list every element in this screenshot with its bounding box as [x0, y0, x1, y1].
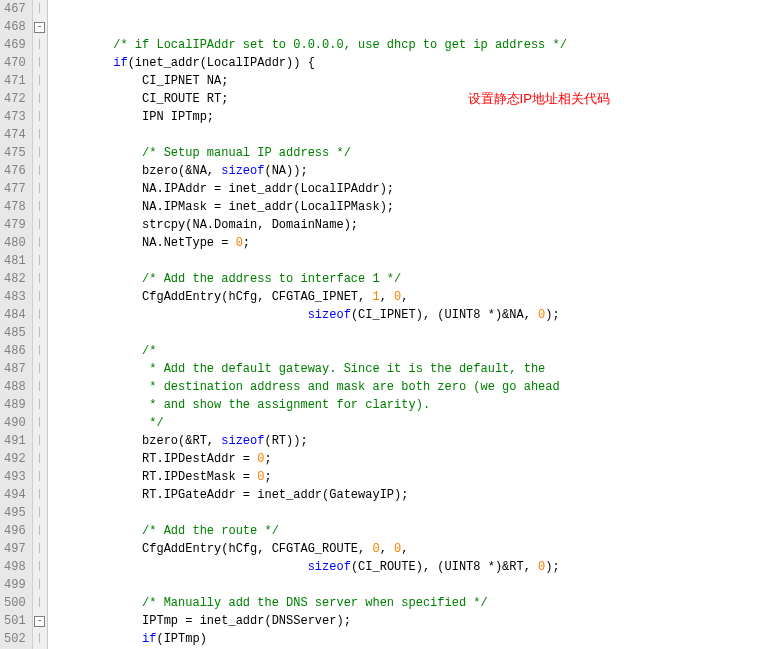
code-line[interactable]: CI_IPNET NA;	[56, 72, 757, 90]
line-number: 500	[4, 594, 26, 612]
fold-marker[interactable]: |	[33, 36, 47, 54]
code-line[interactable]	[56, 576, 757, 594]
line-number: 472	[4, 90, 26, 108]
line-number: 482	[4, 270, 26, 288]
line-number: 478	[4, 198, 26, 216]
fold-marker[interactable]: |	[33, 432, 47, 450]
code-line[interactable]: RT.IPDestAddr = 0;	[56, 450, 757, 468]
code-line[interactable]: IPTmp = inet_addr(DNSServer);	[56, 612, 757, 630]
code-line[interactable]: strcpy(NA.Domain, DomainName);	[56, 216, 757, 234]
fold-marker[interactable]: -	[33, 18, 47, 36]
fold-marker[interactable]: |	[33, 324, 47, 342]
fold-marker[interactable]: |	[33, 486, 47, 504]
line-number: 495	[4, 504, 26, 522]
fold-column[interactable]: |-||||||||||||||||||||||||||||||||-|	[33, 0, 48, 649]
fold-marker[interactable]: |	[33, 522, 47, 540]
code-line[interactable]: /* Add the address to interface 1 */	[56, 270, 757, 288]
line-number: 471	[4, 72, 26, 90]
fold-marker[interactable]: |	[33, 630, 47, 648]
editor-gutter: 4674684694704714724734744754764774784794…	[0, 0, 48, 649]
line-number: 483	[4, 288, 26, 306]
line-number: 487	[4, 360, 26, 378]
code-line[interactable]: CfgAddEntry(hCfg, CFGTAG_ROUTE, 0, 0,	[56, 540, 757, 558]
line-number: 485	[4, 324, 26, 342]
fold-marker[interactable]: |	[33, 0, 47, 18]
code-line[interactable]: /* Setup manual IP address */	[56, 144, 757, 162]
fold-collapse-icon[interactable]: -	[34, 616, 45, 627]
fold-marker[interactable]: |	[33, 288, 47, 306]
code-line[interactable]: if(inet_addr(LocalIPAddr)) {	[56, 54, 757, 72]
fold-marker[interactable]: |	[33, 594, 47, 612]
line-number: 496	[4, 522, 26, 540]
fold-marker[interactable]: |	[33, 540, 47, 558]
fold-marker[interactable]: |	[33, 216, 47, 234]
code-line[interactable]: RT.IPDestMask = 0;	[56, 468, 757, 486]
fold-marker[interactable]: |	[33, 468, 47, 486]
line-number: 480	[4, 234, 26, 252]
line-number: 488	[4, 378, 26, 396]
code-line[interactable]: CfgAddEntry(hCfg, CFGTAG_IPNET, 1, 0,	[56, 288, 757, 306]
code-line[interactable]: /*	[56, 342, 757, 360]
code-line[interactable]	[56, 324, 757, 342]
code-line[interactable]: RT.IPGateAddr = inet_addr(GatewayIP);	[56, 486, 757, 504]
fold-marker[interactable]: |	[33, 504, 47, 522]
fold-marker[interactable]: |	[33, 414, 47, 432]
line-number: 499	[4, 576, 26, 594]
code-line[interactable]: sizeof(CI_IPNET), (UINT8 *)&NA, 0);	[56, 306, 757, 324]
fold-marker[interactable]: |	[33, 378, 47, 396]
fold-marker[interactable]: -	[33, 612, 47, 630]
fold-marker[interactable]: |	[33, 162, 47, 180]
code-line[interactable]: * Add the default gateway. Since it is t…	[56, 360, 757, 378]
line-number: 497	[4, 540, 26, 558]
fold-marker[interactable]: |	[33, 558, 47, 576]
code-line[interactable]: IPN IPTmp;	[56, 108, 757, 126]
code-line[interactable]: /* if LocalIPAddr set to 0.0.0.0, use dh…	[56, 36, 757, 54]
fold-marker[interactable]: |	[33, 126, 47, 144]
code-line[interactable]	[56, 126, 757, 144]
code-line[interactable]: CI_ROUTE RT;	[56, 90, 757, 108]
code-line[interactable]	[56, 252, 757, 270]
code-line[interactable]: bzero(&NA, sizeof(NA));	[56, 162, 757, 180]
line-number: 501	[4, 612, 26, 630]
line-number: 479	[4, 216, 26, 234]
fold-marker[interactable]: |	[33, 72, 47, 90]
fold-collapse-icon[interactable]: -	[34, 22, 45, 33]
fold-marker[interactable]: |	[33, 90, 47, 108]
fold-marker[interactable]: |	[33, 450, 47, 468]
line-number: 490	[4, 414, 26, 432]
fold-marker[interactable]: |	[33, 342, 47, 360]
fold-marker[interactable]: |	[33, 180, 47, 198]
fold-marker[interactable]: |	[33, 234, 47, 252]
fold-marker[interactable]: |	[33, 108, 47, 126]
fold-marker[interactable]: |	[33, 360, 47, 378]
fold-marker[interactable]: |	[33, 270, 47, 288]
code-line[interactable]: bzero(&RT, sizeof(RT));	[56, 432, 757, 450]
code-line[interactable]	[56, 504, 757, 522]
line-number: 469	[4, 36, 26, 54]
code-line[interactable]: NA.NetType = 0;	[56, 234, 757, 252]
code-line[interactable]: /* Manually add the DNS server when spec…	[56, 594, 757, 612]
line-number: 468	[4, 18, 26, 36]
fold-marker[interactable]: |	[33, 198, 47, 216]
line-number: 492	[4, 450, 26, 468]
code-line[interactable]: * destination address and mask are both …	[56, 378, 757, 396]
line-number: 493	[4, 468, 26, 486]
line-number: 473	[4, 108, 26, 126]
fold-marker[interactable]: |	[33, 54, 47, 72]
code-line[interactable]: * and show the assignment for clarity).	[56, 396, 757, 414]
line-number: 502	[4, 630, 26, 648]
code-line[interactable]: sizeof(CI_ROUTE), (UINT8 *)&RT, 0);	[56, 558, 757, 576]
code-line[interactable]: */	[56, 414, 757, 432]
fold-marker[interactable]: |	[33, 144, 47, 162]
fold-marker[interactable]: |	[33, 576, 47, 594]
fold-marker[interactable]: |	[33, 306, 47, 324]
annotation-text: 设置静态IP地址相关代码	[468, 90, 610, 108]
fold-marker[interactable]: |	[33, 396, 47, 414]
code-line[interactable]: if(IPTmp)	[56, 630, 757, 648]
code-line[interactable]: NA.IPAddr = inet_addr(LocalIPAddr);	[56, 180, 757, 198]
code-line[interactable]: /* Add the route */	[56, 522, 757, 540]
line-number: 467	[4, 0, 26, 18]
code-line[interactable]: NA.IPMask = inet_addr(LocalIPMask);	[56, 198, 757, 216]
code-area[interactable]: 设置静态IP地址相关代码 /* if LocalIPAddr set to 0.…	[48, 0, 757, 649]
fold-marker[interactable]: |	[33, 252, 47, 270]
